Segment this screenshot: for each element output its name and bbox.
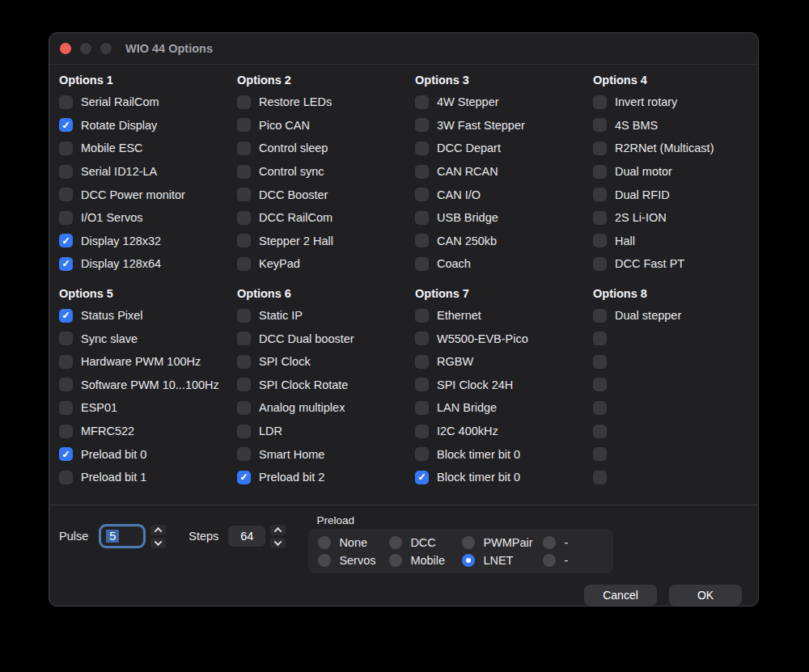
checkbox-row[interactable]: DCC Depart bbox=[415, 137, 593, 160]
checkbox-row[interactable] bbox=[593, 420, 771, 443]
radio-row[interactable]: LNET bbox=[462, 552, 543, 568]
checkbox-row[interactable]: ✓Preload bit 0 bbox=[59, 442, 237, 466]
checkbox-row[interactable]: Stepper 2 Hall bbox=[237, 230, 415, 253]
checkbox-row[interactable]: Control sync bbox=[237, 160, 415, 184]
checkbox-checked[interactable]: ✓ bbox=[59, 309, 73, 323]
radio-button-selected[interactable] bbox=[462, 554, 475, 567]
checkbox[interactable] bbox=[237, 425, 251, 438]
steps-increment-button[interactable] bbox=[270, 525, 286, 535]
checkbox-row[interactable]: Hardware PWM 100Hz bbox=[59, 350, 237, 374]
checkbox[interactable] bbox=[415, 142, 429, 155]
checkbox[interactable] bbox=[237, 211, 251, 225]
radio-button[interactable] bbox=[389, 536, 402, 549]
checkbox-row[interactable]: USB Bridge bbox=[415, 206, 593, 230]
checkbox[interactable] bbox=[593, 425, 607, 438]
checkbox-row[interactable]: 3W Fast Stepper bbox=[415, 114, 593, 137]
checkbox[interactable] bbox=[237, 378, 251, 391]
checkbox-row[interactable]: Block timer bit 0 bbox=[415, 442, 593, 466]
checkbox[interactable] bbox=[415, 355, 429, 369]
radio-button[interactable] bbox=[543, 554, 556, 567]
checkbox[interactable] bbox=[237, 118, 251, 132]
checkbox-row[interactable] bbox=[593, 466, 771, 489]
checkbox[interactable] bbox=[593, 309, 607, 323]
checkbox-checked[interactable]: ✓ bbox=[237, 471, 251, 484]
checkbox[interactable] bbox=[415, 188, 429, 201]
checkbox[interactable] bbox=[237, 401, 251, 415]
checkbox-row[interactable]: DCC RailCom bbox=[237, 206, 415, 230]
checkbox-row[interactable]: Sync slave bbox=[59, 327, 237, 350]
checkbox-row[interactable]: Ethernet bbox=[415, 304, 593, 328]
radio-row[interactable]: - bbox=[543, 534, 604, 551]
checkbox-row[interactable]: ✓Rotate Display bbox=[59, 114, 237, 137]
checkbox-row[interactable]: Serial RailCom bbox=[59, 91, 237, 114]
radio-row[interactable]: Servos bbox=[318, 552, 389, 568]
checkbox[interactable] bbox=[593, 95, 607, 109]
checkbox-row[interactable]: Dual stepper bbox=[593, 304, 771, 328]
checkbox[interactable] bbox=[415, 401, 429, 415]
checkbox-row[interactable]: Coach bbox=[415, 252, 593, 276]
checkbox[interactable] bbox=[415, 378, 429, 391]
checkbox-row[interactable]: ✓Status Pixel bbox=[59, 304, 237, 328]
checkbox[interactable] bbox=[593, 332, 607, 345]
checkbox[interactable] bbox=[593, 118, 607, 132]
checkbox[interactable] bbox=[237, 309, 251, 323]
checkbox[interactable] bbox=[237, 165, 251, 179]
radio-button[interactable] bbox=[318, 554, 331, 567]
pulse-decrement-button[interactable] bbox=[150, 538, 166, 548]
checkbox[interactable] bbox=[415, 425, 429, 438]
checkbox-row[interactable]: ✓Display 128x32 bbox=[59, 230, 237, 253]
checkbox[interactable] bbox=[59, 355, 73, 369]
checkbox-row[interactable]: MFRC522 bbox=[59, 420, 237, 443]
checkbox[interactable] bbox=[593, 211, 607, 225]
radio-row[interactable]: - bbox=[543, 552, 604, 568]
checkbox[interactable] bbox=[593, 355, 607, 369]
checkbox-row[interactable] bbox=[593, 442, 771, 466]
checkbox[interactable] bbox=[593, 447, 607, 461]
checkbox[interactable] bbox=[593, 188, 607, 201]
checkbox-row[interactable]: Analog multiplex bbox=[237, 396, 415, 420]
checkbox-row[interactable]: Preload bit 1 bbox=[59, 466, 237, 489]
checkbox[interactable] bbox=[59, 425, 73, 438]
checkbox-row[interactable]: LDR bbox=[237, 420, 415, 443]
checkbox-row[interactable]: CAN I/O bbox=[415, 183, 593, 206]
checkbox-row[interactable] bbox=[593, 396, 771, 420]
pulse-increment-button[interactable] bbox=[150, 525, 166, 535]
checkbox-row[interactable]: LAN Bridge bbox=[415, 396, 593, 420]
checkbox[interactable] bbox=[237, 257, 251, 271]
radio-button[interactable] bbox=[462, 536, 475, 549]
checkbox[interactable] bbox=[59, 332, 73, 345]
checkbox[interactable] bbox=[237, 355, 251, 369]
checkbox-row[interactable]: Pico CAN bbox=[237, 114, 415, 137]
checkbox-row[interactable]: ✓Block timer bit 0 bbox=[415, 466, 593, 489]
close-button[interactable] bbox=[60, 43, 71, 54]
checkbox-row[interactable]: DCC Booster bbox=[237, 183, 415, 206]
checkbox[interactable] bbox=[59, 211, 73, 225]
checkbox-row[interactable]: CAN RCAN bbox=[415, 160, 593, 184]
checkbox-checked[interactable]: ✓ bbox=[59, 257, 73, 271]
checkbox-row[interactable]: DCC Power monitor bbox=[59, 183, 237, 206]
steps-input[interactable]: 64 bbox=[228, 526, 265, 547]
checkbox-row[interactable]: I2C 400kHz bbox=[415, 420, 593, 443]
checkbox[interactable] bbox=[415, 211, 429, 225]
checkbox[interactable] bbox=[59, 188, 73, 201]
checkbox-row[interactable] bbox=[593, 327, 771, 350]
checkbox-row[interactable]: Dual motor bbox=[593, 160, 771, 184]
checkbox-row[interactable]: SPI Clock bbox=[237, 350, 415, 374]
checkbox[interactable] bbox=[415, 257, 429, 271]
cancel-button[interactable]: Cancel bbox=[584, 585, 657, 606]
checkbox-row[interactable]: Restore LEDs bbox=[237, 91, 415, 114]
checkbox-row[interactable]: R2RNet (Multicast) bbox=[593, 137, 771, 160]
ok-button[interactable]: OK bbox=[669, 585, 742, 606]
checkbox[interactable] bbox=[415, 234, 429, 247]
checkbox[interactable] bbox=[415, 118, 429, 132]
checkbox-row[interactable]: Mobile ESC bbox=[59, 137, 237, 160]
checkbox-row[interactable]: Invert rotary bbox=[593, 91, 771, 114]
checkbox-checked[interactable]: ✓ bbox=[59, 118, 73, 132]
checkbox-row[interactable]: Serial ID12-LA bbox=[59, 160, 237, 184]
checkbox-row[interactable]: ✓Preload bit 2 bbox=[237, 466, 415, 489]
checkbox[interactable] bbox=[237, 142, 251, 155]
checkbox[interactable] bbox=[415, 332, 429, 345]
pulse-input[interactable]: 5 bbox=[99, 524, 146, 548]
checkbox-row[interactable]: Software PWM 10...100Hz bbox=[59, 374, 237, 397]
radio-button[interactable] bbox=[318, 536, 331, 549]
